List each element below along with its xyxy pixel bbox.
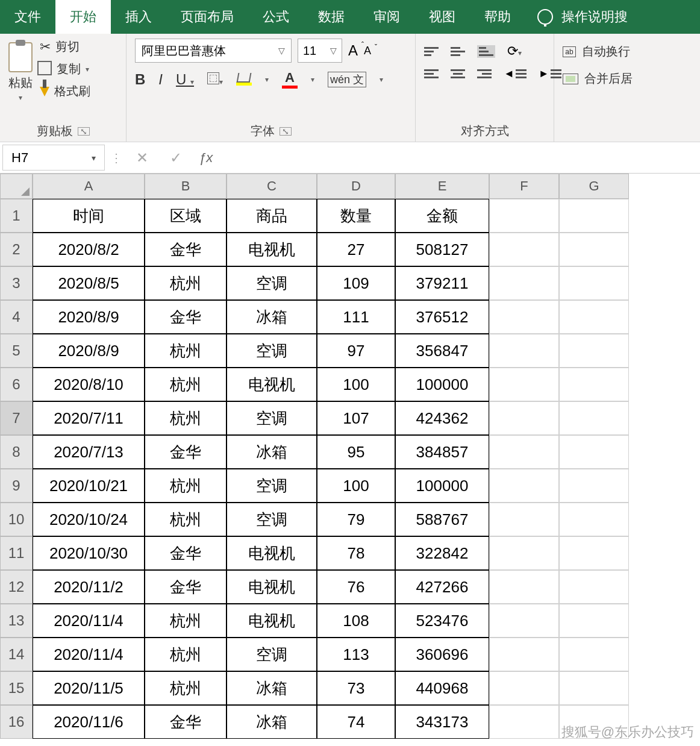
cell[interactable]: 2020/8/10 bbox=[33, 368, 145, 401]
cell[interactable]: 冰箱 bbox=[227, 671, 317, 705]
cell[interactable] bbox=[489, 536, 559, 570]
cell[interactable]: 空调 bbox=[227, 503, 317, 536]
fill-color-button[interactable] bbox=[236, 73, 252, 86]
tab-开始[interactable]: 开始 bbox=[55, 0, 111, 34]
align-bottom-button[interactable] bbox=[477, 45, 495, 58]
merge-center-button[interactable]: 合并后居 bbox=[563, 71, 633, 87]
col-header-D[interactable]: D bbox=[317, 174, 395, 199]
cell[interactable]: 金华 bbox=[145, 300, 227, 334]
row-header[interactable]: 15 bbox=[0, 671, 33, 705]
cell[interactable]: 杭州 bbox=[145, 604, 227, 638]
cell[interactable]: 427266 bbox=[395, 570, 489, 604]
cell[interactable] bbox=[489, 435, 559, 469]
cell[interactable] bbox=[489, 638, 559, 671]
row-header[interactable]: 8 bbox=[0, 435, 33, 469]
cell[interactable]: 79 bbox=[317, 503, 395, 536]
cell[interactable]: 78 bbox=[317, 536, 395, 570]
cell[interactable]: 74 bbox=[317, 705, 395, 739]
cell[interactable]: 109 bbox=[317, 266, 395, 300]
cell[interactable]: 杭州 bbox=[145, 638, 227, 671]
dialog-launcher-icon[interactable]: ⤡ bbox=[280, 127, 292, 136]
cell[interactable]: 电视机 bbox=[227, 536, 317, 570]
row-header[interactable]: 13 bbox=[0, 604, 33, 638]
row-header[interactable]: 3 bbox=[0, 266, 33, 300]
fx-icon[interactable]: ƒx bbox=[193, 142, 219, 173]
cell[interactable]: 2020/10/30 bbox=[33, 536, 145, 570]
tell-me[interactable]: 操作说明搜 bbox=[561, 8, 628, 26]
cell[interactable] bbox=[559, 368, 629, 401]
copy-button[interactable]: 复制▾ bbox=[40, 61, 90, 77]
cell[interactable]: 空调 bbox=[227, 266, 317, 300]
cell[interactable] bbox=[559, 469, 629, 503]
cell[interactable]: 电视机 bbox=[227, 233, 317, 266]
cell[interactable]: 95 bbox=[317, 435, 395, 469]
select-all-corner[interactable] bbox=[0, 174, 33, 199]
cell[interactable] bbox=[489, 705, 559, 739]
cell[interactable]: 113 bbox=[317, 638, 395, 671]
cell[interactable]: 2020/8/9 bbox=[33, 334, 145, 368]
cell[interactable] bbox=[489, 401, 559, 435]
cell[interactable]: 2020/7/13 bbox=[33, 435, 145, 469]
cell[interactable]: 523476 bbox=[395, 604, 489, 638]
cell[interactable] bbox=[489, 368, 559, 401]
cell[interactable]: 76 bbox=[317, 570, 395, 604]
confirm-formula-button[interactable]: ✓ bbox=[159, 142, 193, 173]
cell[interactable]: 冰箱 bbox=[227, 435, 317, 469]
align-middle-button[interactable] bbox=[451, 47, 465, 56]
cell[interactable]: 2020/8/5 bbox=[33, 266, 145, 300]
tab-公式[interactable]: 公式 bbox=[248, 0, 304, 34]
cell[interactable]: 杭州 bbox=[145, 368, 227, 401]
cell[interactable]: 2020/10/21 bbox=[33, 469, 145, 503]
italic-button[interactable]: I bbox=[158, 71, 163, 88]
cell[interactable]: 379211 bbox=[395, 266, 489, 300]
cell[interactable]: 金华 bbox=[145, 705, 227, 739]
cell[interactable] bbox=[489, 503, 559, 536]
bold-button[interactable]: B bbox=[135, 71, 145, 88]
cell[interactable]: 2020/10/24 bbox=[33, 503, 145, 536]
cell[interactable]: 2020/11/5 bbox=[33, 671, 145, 705]
cell[interactable]: 343173 bbox=[395, 705, 489, 739]
decrease-indent-button[interactable]: ◄ bbox=[504, 67, 527, 80]
align-left-button[interactable] bbox=[424, 69, 439, 78]
tab-审阅[interactable]: 审阅 bbox=[359, 0, 414, 34]
row-header[interactable]: 16 bbox=[0, 705, 33, 739]
col-header-A[interactable]: A bbox=[33, 174, 145, 199]
dialog-launcher-icon[interactable]: ⤡ bbox=[78, 127, 90, 136]
cell[interactable]: 111 bbox=[317, 300, 395, 334]
cell[interactable]: 电视机 bbox=[227, 368, 317, 401]
cell[interactable] bbox=[559, 604, 629, 638]
cell[interactable] bbox=[559, 570, 629, 604]
cell[interactable]: 数量 bbox=[317, 199, 395, 233]
col-header-G[interactable]: G bbox=[559, 174, 629, 199]
row-header[interactable]: 7 bbox=[0, 401, 33, 435]
cell[interactable]: 杭州 bbox=[145, 469, 227, 503]
cell[interactable] bbox=[559, 536, 629, 570]
cell[interactable]: 金华 bbox=[145, 536, 227, 570]
cell[interactable]: 508127 bbox=[395, 233, 489, 266]
cell[interactable]: 100000 bbox=[395, 368, 489, 401]
format-painter-button[interactable]: 格式刷 bbox=[40, 83, 90, 99]
paste-button[interactable]: 粘贴 ▾ bbox=[8, 39, 33, 102]
tab-页面布局[interactable]: 页面布局 bbox=[166, 0, 248, 34]
cell[interactable]: 杭州 bbox=[145, 266, 227, 300]
cell[interactable] bbox=[559, 671, 629, 705]
col-header-F[interactable]: F bbox=[489, 174, 559, 199]
row-header[interactable]: 5 bbox=[0, 334, 33, 368]
cell[interactable]: 100000 bbox=[395, 469, 489, 503]
cancel-formula-button[interactable]: ✕ bbox=[125, 142, 159, 173]
align-right-button[interactable] bbox=[477, 69, 492, 78]
decrease-font-button[interactable]: Aˇ bbox=[364, 45, 371, 57]
border-button[interactable]: ▾ bbox=[207, 71, 223, 88]
cell[interactable]: 区域 bbox=[145, 199, 227, 233]
cell[interactable] bbox=[489, 334, 559, 368]
cell[interactable] bbox=[559, 334, 629, 368]
orientation-button[interactable]: ⟳▾ bbox=[507, 43, 522, 59]
align-top-button[interactable] bbox=[424, 47, 439, 56]
cell[interactable]: 2020/8/9 bbox=[33, 300, 145, 334]
cell[interactable]: 电视机 bbox=[227, 604, 317, 638]
tab-插入[interactable]: 插入 bbox=[111, 0, 166, 34]
cell[interactable] bbox=[559, 199, 629, 233]
row-header[interactable]: 2 bbox=[0, 233, 33, 266]
cell[interactable]: 97 bbox=[317, 334, 395, 368]
cell[interactable]: 356847 bbox=[395, 334, 489, 368]
